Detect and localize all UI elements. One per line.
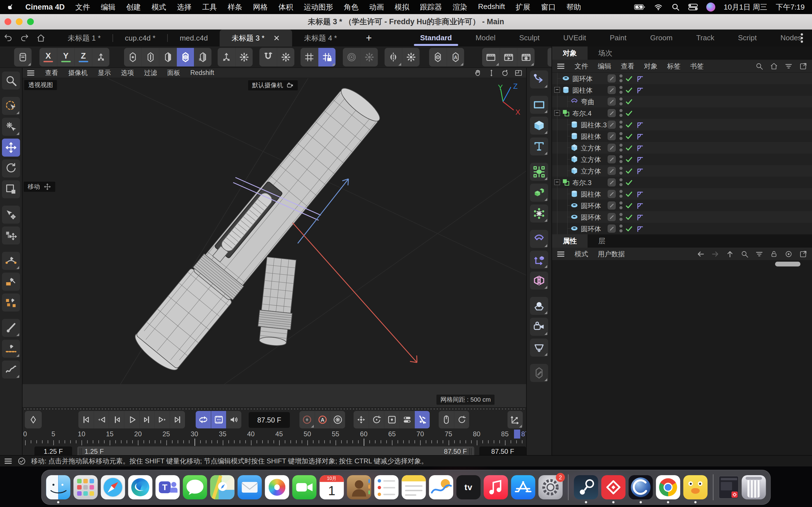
- dock-app-contacts[interactable]: [347, 475, 371, 499]
- visibility-dot-editor[interactable]: [619, 74, 622, 77]
- dock-app-maps[interactable]: [210, 475, 235, 499]
- dock-app-launchpad[interactable]: [73, 475, 98, 499]
- menu-item-16[interactable]: 扩展: [516, 2, 530, 12]
- enabled-check-icon[interactable]: [625, 121, 633, 129]
- toolbar-mode-polygons-button[interactable]: [159, 48, 176, 66]
- phong-tag-icon[interactable]: [636, 213, 644, 221]
- dock-app-photos[interactable]: [265, 475, 289, 499]
- phong-tag-icon[interactable]: [636, 224, 644, 233]
- menu-item-6[interactable]: 样条: [228, 2, 243, 12]
- dock-app-appstore[interactable]: [511, 475, 536, 499]
- toolbar-gear-button[interactable]: [402, 48, 419, 66]
- timeline-next-key-button[interactable]: [154, 411, 170, 429]
- enable-toggle[interactable]: [608, 213, 616, 221]
- siri-icon[interactable]: [706, 3, 715, 11]
- visibility-dot-editor[interactable]: [619, 144, 622, 147]
- toolbar-symmetry-button[interactable]: [385, 48, 402, 66]
- tool-transform-button[interactable]: [2, 206, 20, 224]
- enable-toggle[interactable]: [608, 109, 616, 117]
- tree-row-圆环体[interactable]: 圆环体: [552, 200, 812, 211]
- object-primitive-cube-button[interactable]: [530, 117, 548, 135]
- toolbar-gear-button[interactable]: [235, 48, 253, 66]
- toolbar-gear-button[interactable]: [277, 48, 294, 66]
- timeline-key-rot-button[interactable]: [369, 411, 384, 429]
- viewport-menu-6[interactable]: Redshift: [190, 69, 214, 76]
- enabled-check-icon[interactable]: [625, 132, 633, 140]
- timeline-fcurve-button[interactable]: [507, 411, 523, 429]
- dock-app-messages[interactable]: [183, 475, 207, 499]
- dock-minimized-window[interactable]: [719, 476, 739, 499]
- layout-tab-script[interactable]: Script: [726, 30, 768, 47]
- toolbar-quantize-lock-button[interactable]: [318, 48, 336, 66]
- object-manager-menu-3[interactable]: 对象: [644, 62, 658, 71]
- object-manager-menu-4[interactable]: 标签: [667, 62, 680, 71]
- menu-item-7[interactable]: 网格: [253, 2, 268, 12]
- object-volume-button[interactable]: [530, 184, 548, 202]
- viewport-menu-4[interactable]: 过滤: [144, 68, 157, 77]
- menu-item-1[interactable]: 编辑: [101, 2, 116, 12]
- am-filter-button[interactable]: [755, 250, 763, 258]
- tool-spline-rect-button[interactable]: [2, 273, 20, 291]
- object-manager-menu-0[interactable]: 文件: [574, 62, 588, 71]
- timeline-next-frame-button[interactable]: [139, 411, 154, 429]
- visibility-dot-render[interactable]: [619, 79, 622, 82]
- om-search-button[interactable]: [755, 62, 763, 70]
- viewport-menu-1[interactable]: 摄像机: [68, 68, 88, 77]
- enabled-check-icon[interactable]: [625, 202, 633, 210]
- visibility-dot-render[interactable]: [619, 137, 622, 140]
- dock-app-steam[interactable]: [574, 475, 598, 499]
- phong-tag-icon[interactable]: [636, 132, 644, 140]
- dock-app-chrome[interactable]: [656, 475, 680, 499]
- visibility-dot-render[interactable]: [619, 160, 622, 163]
- dock-app-settings[interactable]: 2: [539, 475, 563, 499]
- enabled-check-icon[interactable]: [625, 86, 633, 94]
- battery-icon[interactable]: [634, 3, 645, 11]
- toolbar-axis-y-button[interactable]: Y: [57, 48, 74, 66]
- toolbar-mode-points-button[interactable]: [124, 48, 142, 66]
- visibility-dot-editor[interactable]: [619, 86, 622, 89]
- layout-tab-sculpt[interactable]: Sculpt: [507, 30, 552, 47]
- tool-spline-sketch-button[interactable]: [2, 360, 20, 379]
- enable-toggle[interactable]: [608, 132, 616, 140]
- object-bend-button[interactable]: [530, 230, 548, 248]
- timeline-rotate-key-button[interactable]: [454, 411, 469, 429]
- object-subdivision-button[interactable]: [530, 163, 548, 181]
- dock-app-duck[interactable]: [683, 475, 708, 499]
- menu-date[interactable]: 10月1日 周三: [724, 2, 767, 12]
- toolbar-falloff-button[interactable]: [343, 48, 360, 66]
- phong-tag-icon[interactable]: [636, 86, 644, 94]
- visibility-dot-render[interactable]: [619, 206, 622, 209]
- dock-app-finder[interactable]: [46, 475, 70, 499]
- spotlight-icon[interactable]: [671, 3, 680, 11]
- dock-app-teams[interactable]: T: [156, 475, 180, 499]
- visibility-dot-editor[interactable]: [619, 167, 622, 170]
- timeline-sound-button[interactable]: [226, 411, 241, 429]
- viewport-menu-0[interactable]: 查看: [45, 68, 58, 77]
- am-search-button[interactable]: [741, 250, 749, 258]
- tool-rotate-button[interactable]: [2, 159, 20, 177]
- object-stage-button[interactable]: [530, 339, 548, 356]
- menu-item-17[interactable]: 窗口: [541, 2, 556, 12]
- phong-tag-icon[interactable]: [636, 190, 644, 198]
- toolbar-workplane-button[interactable]: [218, 48, 235, 66]
- timeline-record-dim-button[interactable]: [299, 411, 315, 429]
- om-home-button[interactable]: [770, 62, 778, 70]
- toolbar-mode-tweak-button[interactable]: [194, 48, 211, 66]
- menu-item-15[interactable]: Redshift: [478, 2, 505, 12]
- wifi-icon[interactable]: [654, 3, 663, 11]
- apple-logo-icon[interactable]: [7, 3, 15, 11]
- timeline-prev-frame-button[interactable]: [109, 411, 124, 429]
- tree-row-立方体[interactable]: 立方体: [552, 142, 812, 154]
- timeline-prev-key-button[interactable]: [94, 411, 109, 429]
- menu-item-12[interactable]: 模拟: [395, 2, 409, 12]
- doc-tab-1[interactable]: cup.c4d *: [113, 30, 167, 47]
- viewport-vp-layout-button[interactable]: [514, 69, 523, 77]
- toolbar-render-view-button[interactable]: [482, 48, 500, 66]
- viewport-canvas[interactable]: 透视视图 默认摄像机 移动 网格间距 : 500 cm Y Z X: [22, 78, 526, 407]
- am-arrow-left-button[interactable]: [696, 250, 705, 258]
- new-tab-button[interactable]: +: [362, 32, 376, 44]
- timeline-goto-end-button[interactable]: [170, 411, 185, 429]
- enable-toggle[interactable]: [608, 202, 616, 210]
- object-manager-menu-5[interactable]: 书签: [690, 62, 704, 71]
- expand-toggle[interactable]: −: [554, 87, 560, 93]
